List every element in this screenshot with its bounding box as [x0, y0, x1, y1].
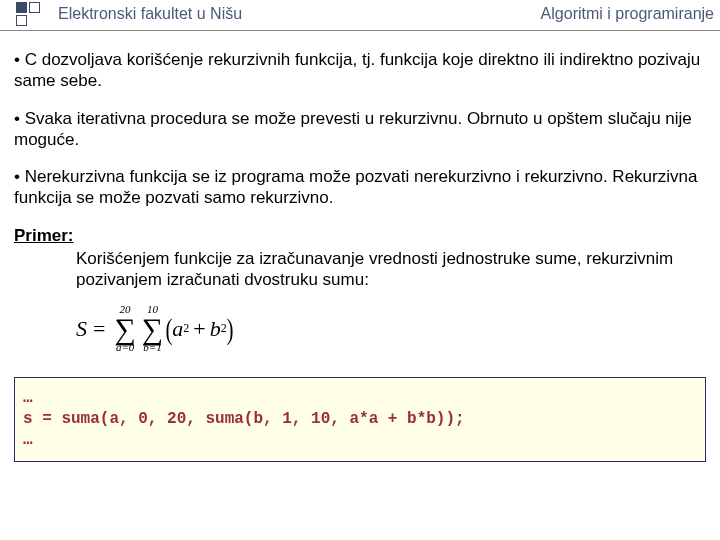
term-b: b [210, 315, 221, 343]
formula: S = 20 ∑ a=0 10 ∑ b=1 ( a2 + b2 [76, 304, 706, 353]
code-line-3: … [23, 431, 33, 449]
sigma-2-lower: b=1 [143, 342, 161, 353]
code-box: … s = suma(a, 0, 20, suma(b, 1, 10, a*a … [14, 377, 706, 461]
header-left-text: Elektronski fakultet u Nišu [58, 5, 242, 23]
plus-sign: + [193, 315, 205, 343]
slide-body: • C dozvoljava korišćenje rekurzivnih fu… [0, 31, 720, 353]
header-right-text: Algoritmi i programiranje [541, 5, 714, 23]
example-text: Korišćenjem funkcije za izračunavanje vr… [76, 248, 706, 291]
bullet-3: • Nerekurzivna funkcija se iz programa m… [14, 166, 706, 209]
paren-open: ( [166, 317, 173, 341]
paren-close: ) [226, 317, 233, 341]
code-line-2: s = suma(a, 0, 20, suma(b, 1, 10, a*a + … [23, 410, 465, 428]
term-a: a [172, 315, 183, 343]
example-section: Primer: Korišćenjem funkcije za izračuna… [14, 225, 706, 354]
exp-a: 2 [183, 321, 189, 336]
formula-equals: = [93, 315, 105, 343]
logo-icon [16, 2, 44, 26]
code-line-1: … [23, 389, 33, 407]
slide-header: Elektronski fakultet u Nišu Algoritmi i … [0, 0, 720, 28]
sigma-1: 20 ∑ a=0 [114, 304, 135, 353]
sigma-2: 10 ∑ b=1 [142, 304, 163, 353]
bullet-1: • C dozvoljava korišćenje rekurzivnih fu… [14, 49, 706, 92]
bullet-2: • Svaka iterativna procedura se može pre… [14, 108, 706, 151]
formula-lhs: S [76, 315, 87, 343]
slide: Elektronski fakultet u Nišu Algoritmi i … [0, 0, 720, 540]
example-label: Primer: [14, 226, 74, 245]
sigma-1-lower: a=0 [116, 342, 134, 353]
